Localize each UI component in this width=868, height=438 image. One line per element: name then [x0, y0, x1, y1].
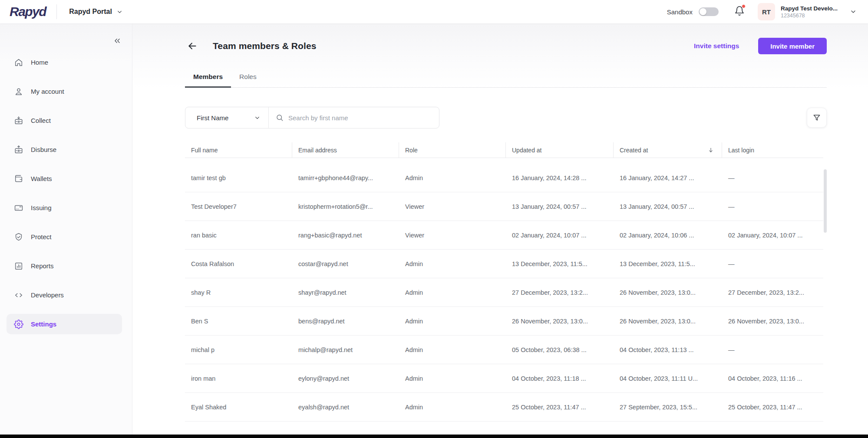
table-header-row: Full nameEmail addressRoleUpdated atCrea…	[185, 142, 823, 158]
funnel-icon	[812, 113, 821, 122]
vertical-scrollbar[interactable]	[824, 169, 827, 233]
cell-created-at: 26 November, 2023, 13:0...	[614, 318, 722, 325]
column-header-role[interactable]: Role	[399, 142, 506, 158]
cell-full-name: michal p	[185, 346, 292, 353]
cell-updated-at: 02 January, 2024, 10:07 ...	[506, 232, 614, 239]
cell-full-name: Costa Rafalson	[185, 260, 292, 267]
column-header-created-at[interactable]: Created at	[614, 142, 722, 158]
column-label: Created at	[620, 147, 648, 154]
tab-roles[interactable]: Roles	[231, 66, 265, 88]
shield-icon	[14, 232, 23, 242]
cell-updated-at: 05 October, 2023, 06:38 ...	[506, 346, 614, 353]
cell-updated-at: 27 December, 2023, 13:2...	[506, 289, 614, 296]
sidebar-item-label: Home	[31, 59, 48, 66]
table-row[interactable]: Eyal Shakedeyalsh@rapyd.netAdmin25 Octob…	[185, 393, 823, 422]
table-row[interactable]: ran basicrang+basic@rapyd.netViewer02 Ja…	[185, 221, 823, 250]
cell-email-address: rang+basic@rapyd.net	[292, 232, 399, 239]
portal-switcher[interactable]: Rapyd Portal	[69, 8, 123, 16]
avatar: RT	[758, 3, 775, 20]
sidebar-item-developers[interactable]: Developers	[7, 285, 122, 305]
cell-last-login: —	[722, 175, 823, 181]
account-menu[interactable]: RT Rapyd Test Develo... 12345678	[758, 3, 857, 20]
rapyd-logo: Rapyd	[10, 4, 46, 19]
cell-updated-at: 25 October, 2023, 11:47 ...	[506, 404, 614, 411]
column-label: Full name	[191, 147, 218, 154]
cell-full-name: ran basic	[185, 232, 292, 239]
invite-member-button[interactable]: Invite member	[758, 38, 827, 54]
tab-members[interactable]: Members	[185, 66, 231, 88]
cell-full-name: Test Developer7	[185, 203, 292, 210]
table-row[interactable]: michal pmichalp@rapyd.netAdmin05 October…	[185, 336, 823, 364]
cell-email-address: shayr@rapyd.net	[292, 289, 399, 296]
filter-button[interactable]	[807, 108, 827, 128]
cell-email-address: costar@rapyd.net	[292, 260, 399, 267]
cell-last-login: —	[722, 203, 823, 210]
notifications-button[interactable]	[734, 6, 745, 18]
sandbox-toggle[interactable]	[699, 7, 719, 16]
collect-icon	[14, 116, 23, 125]
column-header-email-address[interactable]: Email address	[292, 142, 399, 158]
table-row[interactable]: tamir test gbtamirr+gbphone44@rapy...Adm…	[185, 164, 823, 192]
sidebar-item-label: Collect	[31, 117, 51, 124]
cell-created-at: 13 December, 2023, 11:5...	[614, 260, 722, 267]
sidebar-item-label: Settings	[31, 320, 56, 328]
search-field-value: First Name	[197, 114, 228, 122]
sandbox-label: Sandbox	[667, 8, 693, 16]
cell-role: Admin	[399, 289, 506, 296]
cell-role: Admin	[399, 318, 506, 325]
table-body: tamir test gbtamirr+gbphone44@rapy...Adm…	[185, 164, 823, 422]
wallet-icon	[14, 174, 23, 184]
account-id: 12345678	[781, 12, 838, 19]
page-title: Team members & Roles	[213, 41, 317, 51]
chevron-down-icon	[850, 8, 857, 15]
sidebar-item-home[interactable]: Home	[7, 52, 122, 72]
cell-updated-at: 16 January, 2024, 14:28 ...	[506, 175, 614, 181]
cell-role: Viewer	[399, 203, 506, 210]
table-row[interactable]: Test Developer7kristopherm+rotation5@r..…	[185, 192, 823, 221]
sidebar-item-collect[interactable]: Collect	[7, 110, 122, 131]
account-name: Rapyd Test Develo...	[781, 5, 838, 12]
sidebar-item-my-account[interactable]: My account	[7, 81, 122, 102]
column-label: Email address	[298, 147, 337, 154]
code-icon	[14, 290, 23, 300]
column-header-updated-at[interactable]: Updated at	[506, 142, 614, 158]
cell-role: Admin	[399, 175, 506, 181]
cell-email-address: tamirr+gbphone44@rapy...	[292, 175, 399, 181]
sidebar-item-wallets[interactable]: Wallets	[7, 168, 122, 189]
column-header-last-login[interactable]: Last login	[722, 142, 823, 158]
column-label: Last login	[728, 147, 754, 154]
sidebar-item-disburse[interactable]: Disburse	[7, 139, 122, 160]
table-row[interactable]: Ben Sbens@rapyd.netAdmin26 November, 202…	[185, 307, 823, 336]
cell-role: Admin	[399, 260, 506, 267]
sidebar-item-settings[interactable]: Settings	[7, 314, 122, 334]
home-icon	[14, 58, 23, 67]
search-field-selector[interactable]: First Name	[185, 107, 269, 128]
search-segment	[269, 107, 439, 128]
column-header-full-name[interactable]: Full name	[185, 142, 292, 158]
cell-last-login: —	[722, 260, 823, 267]
table-row[interactable]: Costa Rafalsoncostar@rapyd.netAdmin13 De…	[185, 250, 823, 278]
cell-updated-at: 13 December, 2023, 11:5...	[506, 260, 614, 267]
sidebar-item-reports[interactable]: Reports	[7, 256, 122, 276]
sidebar-item-label: Protect	[31, 233, 52, 240]
bottom-bar	[0, 435, 868, 438]
cell-last-login: 25 October, 2023, 11:47 ...	[722, 404, 823, 411]
table-row[interactable]: iron maneylony@rapyd.netAdmin04 October,…	[185, 364, 823, 393]
back-button[interactable]	[187, 40, 198, 52]
sidebar: HomeMy accountCollectDisburseWalletsIssu…	[0, 23, 132, 435]
collapse-sidebar-button[interactable]	[113, 36, 122, 45]
table-row[interactable]: shay Rshayr@rapyd.netAdmin27 December, 2…	[185, 278, 823, 307]
card-icon	[14, 203, 23, 213]
search-filter-control: First Name	[185, 107, 439, 128]
cell-full-name: tamir test gb	[185, 175, 292, 181]
invite-settings-link[interactable]: Invite settings	[694, 42, 739, 50]
sidebar-item-label: Reports	[31, 262, 54, 270]
cell-created-at: 02 January, 2024, 10:06 ...	[614, 232, 722, 239]
cell-last-login: 26 November, 2023, 13:0...	[722, 318, 823, 325]
search-input[interactable]	[288, 114, 432, 122]
app-window: Rapyd Rapyd Portal Sandbox RT Rapyd Test…	[0, 0, 868, 438]
sidebar-item-protect[interactable]: Protect	[7, 227, 122, 247]
sidebar-item-label: Issuing	[31, 204, 52, 211]
search-icon	[276, 114, 284, 122]
sidebar-item-issuing[interactable]: Issuing	[7, 198, 122, 218]
